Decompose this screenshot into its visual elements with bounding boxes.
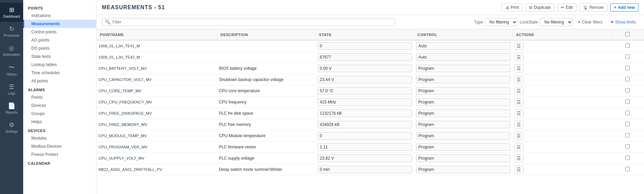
- nav-item-indications[interactable]: Indications: [23, 12, 96, 20]
- control-input[interactable]: [416, 98, 510, 106]
- nav-item-control-points[interactable]: Control points: [23, 28, 96, 36]
- state-input[interactable]: [318, 76, 412, 83]
- cell-state[interactable]: [316, 52, 414, 63]
- control-input[interactable]: [416, 121, 510, 128]
- control-input[interactable]: [416, 42, 510, 50]
- state-input[interactable]: [318, 110, 412, 117]
- state-input[interactable]: [318, 143, 412, 151]
- cell-control[interactable]: [414, 153, 512, 164]
- control-input[interactable]: [416, 76, 510, 83]
- state-input[interactable]: [318, 155, 412, 162]
- row-checkbox[interactable]: [625, 167, 630, 171]
- state-input[interactable]: [318, 166, 412, 173]
- cell-control[interactable]: [414, 119, 512, 130]
- row-menu-button[interactable]: ☰: [515, 109, 523, 117]
- nav-item-do-points[interactable]: DO points: [23, 44, 96, 52]
- row-menu-button[interactable]: ☰: [515, 154, 523, 162]
- row-menu-button[interactable]: ☰: [515, 165, 523, 174]
- control-input[interactable]: [416, 132, 510, 140]
- control-input[interactable]: [416, 53, 510, 61]
- control-input[interactable]: [416, 87, 510, 95]
- row-menu-button[interactable]: ☰: [515, 87, 523, 95]
- nav-item-alarm-groups[interactable]: Groups: [23, 110, 96, 118]
- cell-control[interactable]: [414, 63, 512, 74]
- control-input[interactable]: [416, 143, 510, 151]
- row-checkbox[interactable]: [625, 156, 630, 160]
- state-input[interactable]: [318, 53, 412, 61]
- nav-item-alarm-points[interactable]: Points: [23, 93, 96, 101]
- cell-state[interactable]: [316, 108, 414, 119]
- cell-control[interactable]: [414, 85, 512, 97]
- row-checkbox[interactable]: [625, 133, 630, 138]
- nav-item-ao-points[interactable]: AO points: [23, 36, 96, 44]
- print-button[interactable]: 🖨 Print: [502, 3, 523, 12]
- state-input[interactable]: [318, 42, 412, 50]
- cell-control[interactable]: [414, 97, 512, 108]
- cell-control[interactable]: [414, 52, 512, 63]
- cell-state[interactable]: [316, 40, 414, 52]
- cell-state[interactable]: [316, 164, 414, 175]
- nav-item-lookup-tables[interactable]: Lookup tables: [23, 61, 96, 69]
- cell-state[interactable]: [316, 63, 414, 74]
- sidebar-item-dashboard[interactable]: ⊞ Dashboard: [0, 3, 23, 22]
- control-input[interactable]: [416, 166, 510, 173]
- cell-state[interactable]: [316, 85, 414, 97]
- cell-state[interactable]: [316, 130, 414, 142]
- show-limits-button[interactable]: ▼ Show limits: [607, 19, 639, 26]
- nav-item-alarm-helps[interactable]: Helps: [23, 118, 96, 126]
- sidebar-item-processes[interactable]: ↻ Processes: [0, 22, 23, 41]
- cell-control[interactable]: [414, 108, 512, 119]
- control-input[interactable]: [416, 65, 510, 72]
- cell-control[interactable]: [414, 142, 512, 153]
- row-menu-button[interactable]: ☰: [515, 76, 523, 84]
- state-input[interactable]: [318, 132, 412, 140]
- cell-state[interactable]: [316, 142, 414, 153]
- cell-state[interactable]: [316, 74, 414, 85]
- state-input[interactable]: [318, 121, 412, 128]
- sidebar-item-logs[interactable]: ☰ Logs: [0, 80, 23, 99]
- duplicate-button[interactable]: ⧉ Duplicate: [525, 3, 554, 12]
- cell-state[interactable]: [316, 119, 414, 130]
- row-menu-button[interactable]: ☰: [515, 53, 523, 61]
- row-menu-button[interactable]: ☰: [515, 132, 523, 140]
- state-input[interactable]: [318, 98, 412, 106]
- row-checkbox[interactable]: [625, 54, 630, 59]
- state-input[interactable]: [318, 65, 412, 72]
- row-menu-button[interactable]: ☰: [515, 120, 523, 129]
- cell-control[interactable]: [414, 40, 512, 52]
- state-input[interactable]: [318, 87, 412, 95]
- control-input[interactable]: [416, 155, 510, 162]
- row-checkbox[interactable]: [625, 144, 630, 149]
- row-menu-button[interactable]: ☰: [515, 143, 523, 151]
- nav-item-state-texts[interactable]: State texts: [23, 52, 96, 61]
- cell-control[interactable]: [414, 164, 512, 175]
- row-menu-button[interactable]: ☰: [515, 42, 523, 50]
- nav-item-alarm-devices[interactable]: Devices: [23, 101, 96, 110]
- nav-item-modbus-devices[interactable]: Modbus Devices: [23, 142, 96, 150]
- search-box[interactable]: 🔍: [102, 18, 395, 26]
- row-checkbox[interactable]: [625, 111, 630, 115]
- nav-item-freeze-protect[interactable]: Freeze Protect: [23, 150, 96, 159]
- cell-state[interactable]: [316, 153, 414, 164]
- row-checkbox[interactable]: [625, 43, 630, 48]
- nav-item-all-points[interactable]: All points: [23, 77, 96, 85]
- remote-button[interactable]: 📡 Remote: [579, 3, 608, 12]
- cell-control[interactable]: [414, 74, 512, 85]
- search-input[interactable]: [112, 20, 392, 25]
- select-all-checkbox[interactable]: [625, 32, 630, 36]
- clear-filters-button[interactable]: ✕ Clear filters: [575, 19, 605, 26]
- row-checkbox[interactable]: [625, 122, 630, 126]
- add-new-button[interactable]: + Add new: [610, 3, 639, 12]
- sidebar-item-history[interactable]: 〜 History: [0, 60, 23, 80]
- sidebar-item-settings[interactable]: ⚙ Settings: [0, 118, 23, 137]
- nav-item-modules[interactable]: Modules: [23, 134, 96, 142]
- nav-item-time-schedules[interactable]: Time schedules: [23, 69, 96, 77]
- row-checkbox[interactable]: [625, 66, 630, 70]
- edit-button[interactable]: ✏ Edit: [557, 3, 577, 12]
- row-menu-button[interactable]: ☰: [515, 98, 523, 106]
- type-filter-select[interactable]: No filtering All Digital Analog: [485, 18, 518, 26]
- cell-control[interactable]: [414, 130, 512, 142]
- row-checkbox[interactable]: [625, 99, 630, 104]
- sidebar-item-automation[interactable]: ◎ Automation: [0, 41, 23, 60]
- row-menu-button[interactable]: ☰: [515, 64, 523, 72]
